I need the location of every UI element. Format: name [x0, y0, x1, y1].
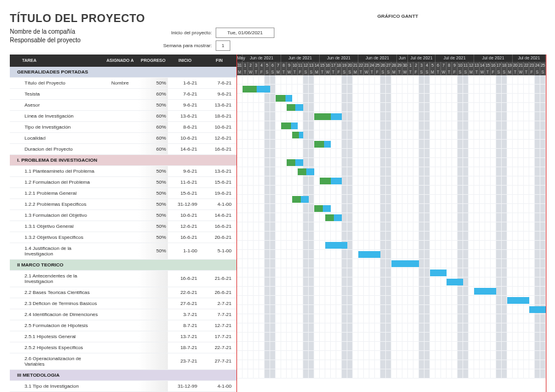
task-row: 1.2.2 Problemas Especificos50%31-12-994-…	[10, 198, 236, 209]
dow-header: S	[270, 69, 276, 75]
task-name: Título del Proyecto	[10, 77, 102, 88]
task-start: 13-6-21	[168, 110, 202, 121]
day-header: 17	[331, 62, 336, 69]
section-row: II MARCO TEORICO	[10, 259, 236, 270]
task-row: 1.3.2 Objetivos Especificos50%16-6-2120-…	[10, 232, 236, 243]
task-start: 8-6-21	[168, 121, 202, 132]
month-header: Jun de 2021	[320, 55, 358, 62]
task-end: 19-6-21	[202, 187, 236, 198]
dow-header: S	[425, 69, 430, 75]
gantt-row	[237, 259, 546, 268]
day-header: 19	[507, 62, 513, 69]
task-row: Línea de Investigación60%13-6-2118-6-21	[10, 110, 236, 121]
project-manager: Responsable del proyecto	[10, 36, 132, 45]
gantt-row	[237, 112, 546, 121]
dow-header: S	[386, 69, 391, 75]
col-progress: PROGRESO	[138, 55, 168, 67]
day-header: 3	[419, 62, 425, 69]
task-end: 4-1-00	[202, 380, 236, 391]
day-header: 13	[309, 62, 314, 69]
day-header: 2	[413, 62, 419, 69]
gantt-bar	[447, 279, 463, 285]
dow-header: W	[325, 69, 331, 75]
gantt-row	[237, 130, 546, 140]
task-progress: 50%	[138, 232, 168, 243]
gantt-row	[237, 158, 546, 167]
dow-header: S	[380, 69, 386, 75]
dow-header: T	[243, 69, 248, 75]
day-header: 8	[281, 62, 287, 69]
task-name: Tesista	[10, 88, 102, 99]
task-row: 2.4 Identificacion de Dimenciones3-7-217…	[10, 309, 236, 320]
gantt-bar	[314, 205, 331, 212]
task-start: 10-6-21	[168, 132, 202, 143]
task-name: 2.1 Antecendentes de la Investigacion	[10, 270, 102, 287]
day-header: 29	[397, 62, 402, 69]
task-name: 2.3 Deficion de Terminos Basicos	[10, 298, 102, 309]
task-progress: 50%	[138, 77, 168, 88]
task-name: 2.5.1 Hipotesis General	[10, 331, 102, 342]
task-name: 2.6 Operacionalizacion de Variables	[10, 353, 102, 369]
col-end: FIN	[202, 55, 236, 67]
task-assigned	[102, 270, 138, 287]
task-name: 1.3 Formulacion del Objetivo	[10, 209, 102, 221]
day-header: 4	[259, 62, 265, 69]
day-header: 22	[358, 62, 364, 69]
dow-header: W	[402, 69, 408, 75]
dow-header: F	[491, 69, 496, 75]
gantt-bar-progress	[314, 141, 324, 148]
task-assigned	[102, 380, 138, 391]
task-name: 1.1 Planteamineto del Problema	[10, 165, 102, 176]
dow-header: T	[331, 69, 336, 75]
gantt-row	[237, 287, 546, 296]
day-header: 26	[380, 62, 386, 69]
dow-header: M	[276, 69, 281, 75]
dow-header: S	[535, 69, 540, 75]
task-start: 9-6-21	[168, 99, 202, 110]
chart-label: GRÁFICO GANTT	[377, 13, 418, 19]
task-assigned: Nombre	[102, 77, 138, 88]
task-progress: 50%	[138, 165, 168, 176]
task-end: 14-6-21	[202, 209, 236, 221]
task-assigned	[102, 298, 138, 309]
day-header: 13	[474, 62, 480, 69]
gantt-row	[237, 94, 546, 103]
task-assigned	[102, 342, 138, 353]
task-start: 8-7-21	[168, 320, 202, 331]
task-assigned	[102, 221, 138, 232]
gantt-bar-progress	[276, 95, 285, 102]
dow-header: S	[265, 69, 270, 75]
section-row: I. PROBLEMA DE INVESTIGACION	[10, 154, 236, 165]
start-date-value[interactable]: Tue, 01/06/2021	[216, 28, 274, 38]
dow-header: T	[254, 69, 259, 75]
gantt-bar	[298, 168, 314, 175]
task-row: Localidad60%10-6-2112-6-21	[10, 132, 236, 143]
day-header: 28	[391, 62, 397, 69]
task-end: 16-6-21	[202, 143, 236, 154]
gantt-bar	[529, 306, 546, 313]
day-header: 4	[425, 62, 430, 69]
gantt-chart: May de 2021Jun de 2021Jun de 2021Jun de …	[236, 55, 546, 392]
gantt-bar	[243, 86, 270, 92]
gantt-row	[237, 121, 546, 130]
gantt-row	[237, 103, 546, 112]
day-header: 12	[303, 62, 309, 69]
dow-header: T	[436, 69, 441, 75]
display-week-value[interactable]: 1	[216, 40, 230, 51]
task-start: 7-6-21	[168, 88, 202, 99]
dow-header: T	[474, 69, 480, 75]
task-start: 27-6-21	[168, 298, 202, 309]
month-header: May de 2021	[237, 55, 243, 62]
gantt-bar	[314, 141, 331, 148]
task-end: 17-7-21	[202, 331, 236, 342]
task-progress	[138, 380, 168, 391]
gantt-bar	[325, 242, 347, 249]
task-row: 1.4 Justificacion de la Investigacion50%…	[10, 243, 236, 259]
task-start: 31-12-99	[168, 198, 202, 209]
gantt-row	[237, 323, 546, 333]
task-name: 2.5 Formulacion de Hipotesis	[10, 320, 102, 331]
col-assigned: ASIGNADO A	[102, 55, 138, 67]
gantt-row	[237, 305, 546, 314]
day-header: 11	[463, 62, 469, 69]
task-assigned	[102, 165, 138, 176]
